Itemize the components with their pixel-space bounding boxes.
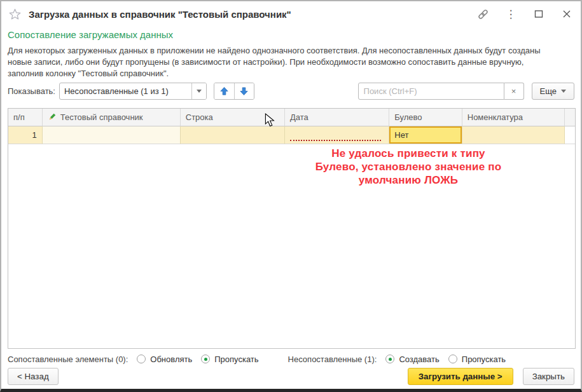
close-button[interactable]: Закрыть <box>523 368 574 385</box>
description-line: Для некоторых загруженных данных в прило… <box>8 45 574 57</box>
toolbar: Показывать: Несопоставленные (1 из 1) × … <box>8 83 574 100</box>
table-header-row: п/п Тестовый справочник Строка Дата Буле… <box>8 109 575 126</box>
favorite-star-icon[interactable] <box>9 8 21 20</box>
footer-buttons: < Назад Загрузить данные > Закрыть <box>8 368 574 385</box>
section-description: Для некоторых загруженных данных в прило… <box>8 45 574 79</box>
annotation-line: Не удалось привести к типу <box>275 147 542 160</box>
radio-skip-matched[interactable]: Пропускать <box>201 355 258 364</box>
filter-dropdown-value: Несопоставленные (1 из 1) <box>60 83 191 99</box>
link-icon[interactable] <box>476 8 489 20</box>
mapping-table: п/п Тестовый справочник Строка Дата Буле… <box>8 108 576 349</box>
window-title: Загрузка данных в справочник "Тестовый с… <box>29 9 291 20</box>
cell-date[interactable] <box>285 126 389 144</box>
radio-circle[interactable] <box>448 355 457 363</box>
back-button[interactable]: < Назад <box>8 368 59 385</box>
scrollbar-track[interactable] <box>565 126 575 144</box>
move-down-button[interactable] <box>234 83 254 99</box>
radio-skip-unmatched[interactable]: Пропускать <box>448 355 506 364</box>
radio-circle-selected[interactable] <box>385 355 394 363</box>
annotation-text: Не удалось привести к типу Булево, устан… <box>275 147 542 187</box>
filter-dropdown-arrow[interactable] <box>191 83 206 99</box>
annotation-line: Булево, установлено значение по <box>275 160 542 173</box>
radio-create[interactable]: Создавать <box>385 355 439 364</box>
footer-options: Сопоставленные элементы (0): Обновлять П… <box>8 351 574 367</box>
cell-test-ref[interactable] <box>43 126 181 144</box>
column-header-label: Тестовый справочник <box>60 112 143 122</box>
description-line: новые записи, либо они будут пропущены (… <box>8 57 574 68</box>
empty-value-underline <box>290 140 381 141</box>
menu-kebab-icon[interactable]: ⋮ <box>504 8 517 20</box>
close-icon[interactable] <box>560 8 573 20</box>
show-label: Показывать: <box>8 86 55 96</box>
scrollbar-header-spacer <box>565 109 575 126</box>
column-header-string[interactable]: Строка <box>181 109 285 126</box>
radio-circle[interactable] <box>137 355 146 363</box>
column-header-test-ref[interactable]: Тестовый справочник <box>43 109 181 126</box>
table-row[interactable]: 1 Нет <box>8 126 575 144</box>
maximize-icon[interactable] <box>532 8 545 20</box>
search-clear-button[interactable]: × <box>504 83 524 100</box>
unmatched-group-label: Несопоставленные (1): <box>288 355 377 364</box>
title-bar: Загрузка данных в справочник "Тестовый с… <box>1 1 581 27</box>
more-button[interactable]: Еще <box>532 83 574 100</box>
move-buttons <box>214 83 254 100</box>
radio-create-label: Создавать <box>399 355 439 364</box>
cell-string[interactable] <box>181 126 285 144</box>
radio-circle-selected[interactable] <box>201 355 210 363</box>
load-data-button[interactable]: Загрузить данные > <box>408 368 513 385</box>
column-header-date[interactable]: Дата <box>285 109 389 126</box>
filter-dropdown[interactable]: Несопоставленные (1 из 1) <box>59 83 207 100</box>
move-up-button[interactable] <box>214 83 234 99</box>
cell-num[interactable]: 1 <box>8 126 43 144</box>
arrow-down-icon <box>239 86 249 96</box>
radio-update-label: Обновлять <box>150 355 192 364</box>
selected-cell[interactable]: Нет <box>389 126 462 144</box>
cell-boolean[interactable]: Нет <box>389 126 462 144</box>
arrow-up-icon <box>219 86 229 96</box>
column-header-boolean[interactable]: Булево <box>389 109 462 126</box>
radio-skip-unmatched-label: Пропускать <box>462 355 506 364</box>
cell-nomenclature[interactable] <box>462 126 565 144</box>
radio-skip-matched-label: Пропускать <box>214 355 258 364</box>
pencil-icon <box>48 113 56 121</box>
section-title: Сопоставление загружаемых данных <box>8 29 173 40</box>
radio-update[interactable]: Обновлять <box>137 355 192 364</box>
dialog-window: Загрузка данных в справочник "Тестовый с… <box>0 0 582 392</box>
matched-group-label: Сопоставленные элементы (0): <box>8 355 128 364</box>
more-button-label: Еще <box>540 86 557 96</box>
search-input[interactable] <box>358 83 504 100</box>
column-header-nomenclature[interactable]: Номенклатура <box>462 109 565 126</box>
column-header-num[interactable]: п/п <box>8 109 43 126</box>
description-line: заполнив колонку "Тестовый справочник". <box>8 68 574 79</box>
annotation-line: умолчанию ЛОЖЬ <box>275 173 542 187</box>
